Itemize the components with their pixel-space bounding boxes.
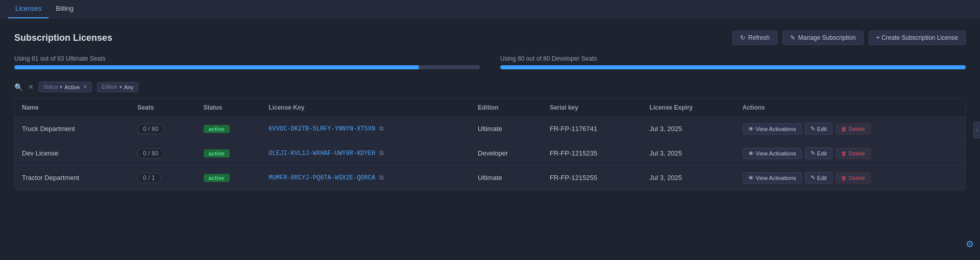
copy-icon-2[interactable]: ⧉ bbox=[379, 174, 384, 181]
seats-badge-2: 0 / 1 bbox=[137, 173, 160, 183]
delete-btn-2[interactable]: 🗑 Delete bbox=[836, 172, 871, 184]
view-activations-btn-0[interactable]: 👁 View Activations bbox=[743, 123, 802, 135]
ultimate-seats-block: Using 81 out of 93 Ultimate Seats bbox=[14, 55, 480, 69]
cell-seats-0: 0 / 80 bbox=[130, 117, 196, 141]
copy-icon-1[interactable]: ⧉ bbox=[379, 150, 384, 157]
edition-filter[interactable]: Edition ▾ Any bbox=[97, 82, 138, 92]
cell-status-0: active bbox=[197, 117, 262, 141]
edit-btn-0[interactable]: ✎ Edit bbox=[805, 123, 832, 135]
top-nav: Licenses Billing bbox=[0, 0, 980, 18]
status-filter-value: Active bbox=[64, 84, 80, 90]
col-serial-key: Serial key bbox=[543, 99, 643, 117]
manage-subscription-button[interactable]: ✎ Manage Subscription bbox=[782, 31, 864, 45]
edit-btn-1[interactable]: ✎ Edit bbox=[805, 147, 832, 159]
cell-serial-key-2: FR-FP-1215255 bbox=[543, 166, 643, 190]
manage-label: Manage Subscription bbox=[798, 34, 856, 41]
ultimate-progress-fill bbox=[14, 65, 419, 69]
trash-icon-1: 🗑 bbox=[841, 150, 847, 157]
header-actions: ↻ Refresh ✎ Manage Subscription + Create… bbox=[732, 31, 966, 45]
page-title: Subscription Licenses bbox=[14, 33, 112, 43]
licenses-table: Name Seats Status License Key Edition Se… bbox=[15, 99, 965, 190]
col-edition: Edition bbox=[471, 99, 543, 117]
cell-serial-key-1: FR-FP-1215235 bbox=[543, 141, 643, 166]
cell-edition-1: Developer bbox=[471, 141, 543, 166]
table-row: Dev License 0 / 80 active OLEJI-KVL1J-WX… bbox=[15, 141, 965, 166]
edition-dropdown-icon: ▾ bbox=[119, 84, 122, 90]
license-key-text-2: MUMFR-8RCYJ-PQ6TA-WSX2E-QORCA bbox=[268, 174, 375, 181]
developer-progress-fill bbox=[500, 65, 966, 69]
seats-badge-0: 0 / 80 bbox=[137, 124, 164, 134]
eye-icon-1: 👁 bbox=[748, 150, 754, 157]
actions-group-0: 👁 View Activations ✎ Edit 🗑 Delete bbox=[743, 123, 959, 135]
cell-license-key-2: MUMFR-8RCYJ-PQ6TA-WSX2E-QORCA ⧉ bbox=[261, 166, 471, 190]
view-activations-btn-2[interactable]: 👁 View Activations bbox=[743, 172, 802, 184]
edit-icon-2: ✎ bbox=[811, 174, 815, 181]
cell-expiry-2: Jul 3, 2025 bbox=[643, 166, 736, 190]
developer-seats-block: Using 80 out of 80 Developer Seats bbox=[500, 55, 966, 69]
cell-seats-2: 0 / 1 bbox=[130, 166, 196, 190]
cell-expiry-1: Jul 3, 2025 bbox=[643, 141, 736, 166]
eye-icon-0: 👁 bbox=[748, 126, 754, 132]
create-label: + Create Subscription License bbox=[876, 34, 958, 41]
filter-clear-x[interactable]: ✕ bbox=[28, 83, 34, 91]
trash-icon-0: 🗑 bbox=[841, 126, 847, 132]
status-badge-0: active bbox=[204, 125, 230, 133]
table-row: Tractor Department 0 / 1 active MUMFR-8R… bbox=[15, 166, 965, 190]
copy-icon-0[interactable]: ⧉ bbox=[379, 125, 384, 133]
cell-actions-0: 👁 View Activations ✎ Edit 🗑 Delete bbox=[736, 117, 966, 141]
trash-icon-2: 🗑 bbox=[841, 175, 847, 181]
search-icon: 🔍 bbox=[14, 83, 23, 91]
ultimate-seats-label: Using 81 out of 93 Ultimate Seats bbox=[14, 55, 480, 62]
filter-dropdown-icon: ▾ bbox=[60, 84, 62, 90]
bottom-right-icon: ⚙ bbox=[966, 239, 974, 250]
edition-filter-label: Edition bbox=[102, 84, 117, 90]
actions-group-2: 👁 View Activations ✎ Edit 🗑 Delete bbox=[743, 172, 959, 184]
table-header-row: Name Seats Status License Key Edition Se… bbox=[15, 99, 965, 117]
refresh-label: Refresh bbox=[748, 34, 770, 41]
status-badge-2: active bbox=[204, 174, 230, 182]
cell-status-1: active bbox=[197, 141, 262, 166]
tab-licenses[interactable]: Licenses bbox=[8, 0, 48, 18]
table-row: Truck Department 0 / 80 active KVVOC-DK2… bbox=[15, 117, 965, 141]
edit-icon-1: ✎ bbox=[811, 150, 815, 157]
col-status: Status bbox=[197, 99, 262, 117]
view-activations-btn-1[interactable]: 👁 View Activations bbox=[743, 148, 802, 159]
refresh-button[interactable]: ↻ Refresh bbox=[732, 31, 777, 45]
cell-name-2: Tractor Department bbox=[15, 166, 130, 190]
collapse-toggle[interactable]: ‹ bbox=[973, 122, 980, 138]
status-filter-clear[interactable]: ✕ bbox=[83, 84, 87, 90]
tab-billing[interactable]: Billing bbox=[48, 0, 81, 18]
col-license-key: License Key bbox=[261, 99, 471, 117]
create-subscription-button[interactable]: + Create Subscription License bbox=[869, 31, 966, 45]
pencil-icon: ✎ bbox=[790, 34, 795, 41]
cell-name-0: Truck Department bbox=[15, 117, 130, 141]
cell-edition-2: Ultimate bbox=[471, 166, 543, 190]
status-filter[interactable]: Status ▾ Active ✕ bbox=[39, 82, 92, 92]
cell-expiry-0: Jul 3, 2025 bbox=[643, 117, 736, 141]
edit-btn-2[interactable]: ✎ Edit bbox=[805, 172, 832, 184]
cell-status-2: active bbox=[197, 166, 262, 190]
section-header: Subscription Licenses ↻ Refresh ✎ Manage… bbox=[14, 31, 966, 45]
seats-badge-1: 0 / 80 bbox=[137, 148, 164, 159]
delete-btn-0[interactable]: 🗑 Delete bbox=[836, 123, 871, 135]
col-actions: Actions bbox=[736, 99, 966, 117]
edit-icon-0: ✎ bbox=[811, 125, 815, 132]
edition-filter-value: Any bbox=[124, 84, 134, 90]
licenses-table-container: Name Seats Status License Key Edition Se… bbox=[14, 98, 966, 190]
status-badge-1: active bbox=[204, 149, 230, 158]
cell-license-key-1: OLEJI-KVL1J-WXHAF-UWY8R-KDYEH ⧉ bbox=[261, 141, 471, 166]
ultimate-progress-track bbox=[14, 65, 480, 69]
cell-license-key-0: KVVOC-DK2TB-5LRFY-YNNYN-XT5XN ⧉ bbox=[261, 117, 471, 141]
filters-row: 🔍 ✕ Status ▾ Active ✕ Edition ▾ Any bbox=[14, 82, 966, 92]
developer-seats-label: Using 80 out of 80 Developer Seats bbox=[500, 55, 966, 62]
cell-serial-key-0: FR-FP-1176741 bbox=[543, 117, 643, 141]
developer-progress-track bbox=[500, 65, 966, 69]
delete-btn-1[interactable]: 🗑 Delete bbox=[836, 148, 871, 159]
refresh-icon: ↻ bbox=[740, 34, 745, 41]
eye-icon-2: 👁 bbox=[748, 175, 754, 181]
col-name: Name bbox=[15, 99, 130, 117]
license-key-text-0: KVVOC-DK2TB-5LRFY-YNNYN-XT5XN bbox=[268, 125, 375, 133]
status-filter-label: Status bbox=[43, 84, 58, 90]
license-key-text-1: OLEJI-KVL1J-WXHAF-UWY8R-KDYEH bbox=[268, 150, 375, 157]
cell-edition-0: Ultimate bbox=[471, 117, 543, 141]
